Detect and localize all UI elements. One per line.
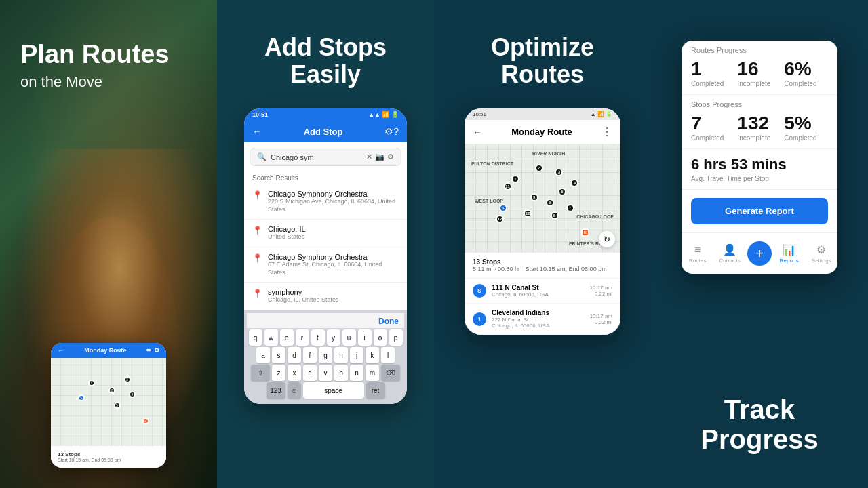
reports-icon: 📊 bbox=[783, 243, 796, 256]
search-result-1[interactable]: 📍 Chicago Symphony Orchestra 220 S Michi… bbox=[244, 184, 407, 220]
routes-percent-num: 6% bbox=[784, 60, 816, 79]
panel-3-title: Optimize Routes bbox=[448, 34, 637, 87]
search-bar[interactable]: 🔍 Chicago sym ✕ 📷 ⚙ bbox=[250, 148, 401, 166]
settings-icon: ⚙ bbox=[816, 243, 826, 256]
search-input-text[interactable]: Chicago sym bbox=[271, 153, 362, 161]
key-l[interactable]: l bbox=[381, 347, 395, 363]
key-g[interactable]: g bbox=[319, 347, 332, 363]
key-n[interactable]: n bbox=[350, 365, 363, 381]
key-s[interactable]: s bbox=[272, 347, 285, 363]
panel-optimize-routes: Optimize Routes 10:51 ▲ 📶 🔋 ← Monday Rou… bbox=[434, 0, 651, 488]
map-label-chicago-loop: CHICAGO LOOP bbox=[576, 214, 614, 219]
stop-dot-3: 3 bbox=[124, 376, 131, 383]
stop-list-item-2: 1 Cleveland Indians 222 N Canal St Chica… bbox=[465, 304, 620, 335]
mic-icon[interactable]: ⚙ bbox=[387, 152, 394, 161]
clear-icon[interactable]: ✕ bbox=[366, 152, 372, 161]
key-m[interactable]: m bbox=[366, 365, 379, 381]
key-b[interactable]: b bbox=[334, 365, 348, 381]
key-space[interactable]: space bbox=[303, 382, 364, 399]
key-h[interactable]: h bbox=[334, 347, 348, 363]
panel-3-phone: 10:51 ▲ 📶 🔋 ← Monday Route ⋮ RIVER NORTH… bbox=[465, 108, 620, 335]
search-result-4[interactable]: 📍 symphony Chicago, IL, United States bbox=[244, 283, 407, 310]
help-icon[interactable]: ? bbox=[393, 126, 399, 137]
key-z[interactable]: z bbox=[272, 365, 285, 381]
stop-name-1: 111 N Canal St bbox=[492, 284, 549, 291]
key-j[interactable]: j bbox=[350, 347, 363, 363]
p3-dot-5: 5 bbox=[558, 188, 566, 196]
search-result-2[interactable]: 📍 Chicago, IL United States bbox=[244, 220, 407, 247]
stops-summary: 13 Stops 5:11 mi · 00:30 hr Start 10:15 … bbox=[465, 253, 620, 279]
key-p[interactable]: p bbox=[389, 329, 403, 346]
stops-percent-num: 5% bbox=[784, 114, 816, 133]
settings-icon[interactable]: ⚙ bbox=[384, 126, 393, 137]
nav-item-settings[interactable]: ⚙ Settings bbox=[806, 241, 838, 266]
location-pin-icon-4: 📍 bbox=[252, 289, 262, 298]
key-q[interactable]: q bbox=[249, 329, 262, 346]
p3-dot-8: 8 bbox=[551, 211, 559, 220]
key-t[interactable]: t bbox=[311, 329, 325, 346]
key-a[interactable]: a bbox=[256, 347, 270, 363]
travel-time-value: 6 hrs 53 mins bbox=[691, 156, 828, 174]
p3-map: RIVER NORTH FULTON DISTRICT WEST LOOP CH… bbox=[465, 144, 620, 253]
search-result-3[interactable]: 📍 Chicago Symphony Orchestra 67 E Adams … bbox=[244, 247, 407, 283]
routes-completed-num: 1 bbox=[691, 60, 724, 79]
key-num[interactable]: 123 bbox=[267, 382, 285, 399]
routes-completed-stat: 1 Completed bbox=[691, 60, 724, 87]
stops-incomplete-num: 132 bbox=[737, 114, 770, 133]
key-d[interactable]: d bbox=[288, 347, 301, 363]
fab-add-button[interactable]: + bbox=[747, 241, 772, 266]
nav-bar: ← Add Stop ⚙ ? bbox=[244, 121, 407, 142]
key-u[interactable]: u bbox=[342, 329, 356, 346]
p3-back-icon[interactable]: ← bbox=[473, 127, 482, 138]
nav-item-add[interactable]: + bbox=[746, 239, 773, 268]
p3-dot-3: 3 bbox=[555, 168, 563, 176]
stop-time-2: 10:17 am bbox=[590, 313, 612, 319]
key-y[interactable]: y bbox=[327, 329, 340, 346]
travel-time-label: Avg. Travel Time per Stop bbox=[691, 175, 828, 182]
p3-dot-12: 12 bbox=[496, 215, 504, 223]
back-icon: ← bbox=[58, 347, 64, 354]
nav-item-contacts[interactable]: 👤 Contacts bbox=[714, 241, 747, 266]
key-emoji[interactable]: ☺ bbox=[288, 382, 301, 399]
end-dot: E bbox=[142, 418, 149, 424]
key-c[interactable]: c bbox=[303, 365, 317, 381]
key-backspace[interactable]: ⌫ bbox=[381, 365, 400, 381]
key-e[interactable]: e bbox=[280, 329, 294, 346]
p3-menu-icon[interactable]: ⋮ bbox=[601, 125, 612, 138]
p3-refresh-btn[interactable]: ↻ bbox=[599, 231, 615, 247]
stop-dist-2: 0.22 mi bbox=[590, 319, 612, 325]
key-w[interactable]: w bbox=[264, 329, 278, 346]
nav-item-reports[interactable]: 📊 Reports bbox=[773, 241, 806, 266]
map-label-river-north: RIVER NORTH bbox=[532, 151, 565, 156]
key-v[interactable]: v bbox=[319, 365, 332, 381]
contacts-icon: 👤 bbox=[723, 243, 736, 256]
key-i[interactable]: i bbox=[358, 329, 372, 346]
stops-completed-label: Completed bbox=[691, 134, 724, 142]
p3-dot-7: 7 bbox=[566, 204, 574, 212]
stop-info-1: 111 N Canal St Chcago, IL 60606, USA bbox=[492, 284, 549, 298]
key-f[interactable]: f bbox=[303, 347, 317, 363]
back-button[interactable]: ← bbox=[252, 126, 262, 137]
mini-map: S 1 2 3 4 5 E bbox=[51, 358, 166, 446]
p3-status-icons: ▲ 📶 🔋 bbox=[591, 111, 612, 117]
time-info: Start 10:15 am, End 05:00 pm bbox=[58, 458, 159, 462]
generate-report-button[interactable]: Generate Report bbox=[691, 198, 828, 224]
p3-end-dot: E bbox=[581, 228, 589, 237]
result-name-3: Chicago Symphony Orchestra bbox=[268, 253, 399, 261]
key-o[interactable]: o bbox=[374, 329, 387, 346]
key-return[interactable]: ret bbox=[366, 382, 385, 399]
key-r[interactable]: r bbox=[296, 329, 309, 346]
stop-dot-1: 1 bbox=[88, 380, 95, 386]
p3-dot-10: 10 bbox=[524, 209, 532, 218]
result-addr-3: 67 E Adams St, Chicago, IL 60604, United… bbox=[268, 261, 399, 277]
key-x[interactable]: x bbox=[288, 365, 301, 381]
key-shift[interactable]: ⇧ bbox=[251, 365, 270, 381]
stops-incomplete-stat: 132 Incomplete bbox=[737, 114, 770, 142]
keyboard-row-2: a s d f g h j k l bbox=[247, 347, 404, 363]
key-k[interactable]: k bbox=[366, 347, 379, 363]
camera-icon[interactable]: 📷 bbox=[375, 152, 384, 161]
nav-item-routes[interactable]: ≡ Routes bbox=[682, 241, 714, 266]
search-icon: 🔍 bbox=[257, 152, 267, 161]
keyboard-done-btn[interactable]: Done bbox=[378, 317, 399, 326]
stop-meta-2: 10:17 am 0.22 mi bbox=[590, 313, 612, 325]
